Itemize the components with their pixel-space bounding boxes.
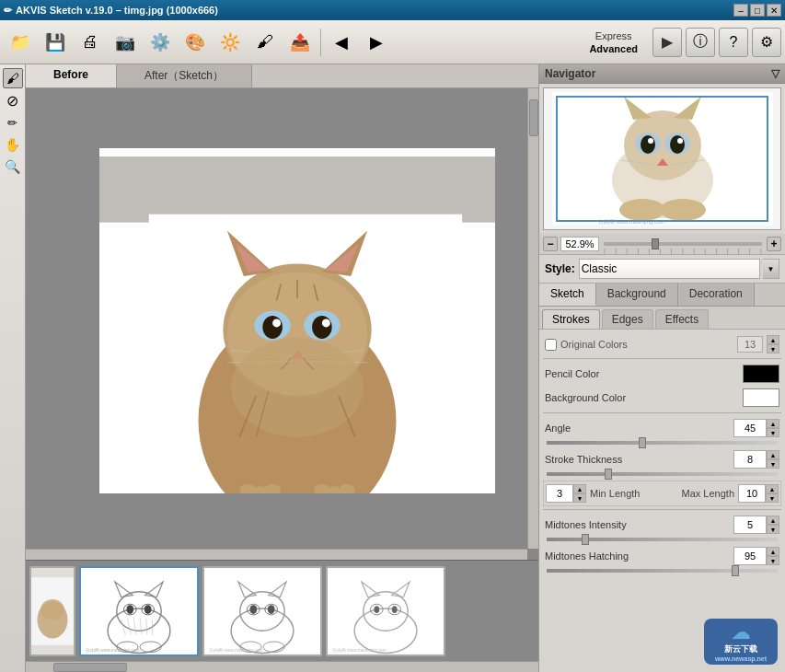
image-container: 自由阁 www.mewnjing.com [99, 148, 495, 544]
save-icon[interactable]: 💾 [39, 26, 72, 59]
mh-spin-up[interactable]: ▲ [767, 547, 779, 556]
angle-spin-up[interactable]: ▲ [767, 419, 779, 428]
min-spin-down[interactable]: ▼ [573, 493, 586, 503]
min-length-input[interactable]: 3 [546, 484, 573, 503]
camera-icon[interactable]: 📷 [109, 26, 142, 59]
zoom-plus-button[interactable]: + [767, 237, 781, 251]
tab-after[interactable]: After（Sketch） [117, 64, 252, 87]
zoom-minus-button[interactable]: − [543, 237, 558, 251]
scrollbar-thumb[interactable] [529, 99, 538, 136]
run-button[interactable]: ▶ [652, 28, 682, 57]
export-icon[interactable]: 📤 [283, 26, 317, 59]
orig-spin-up[interactable]: ▲ [767, 335, 779, 344]
tab-before[interactable]: Before [26, 64, 117, 87]
stroke-thickness-input[interactable]: 8 [733, 450, 767, 469]
background-color-swatch[interactable] [743, 388, 779, 407]
angle-slider-thumb[interactable] [639, 437, 646, 448]
mh-spin-down[interactable]: ▼ [767, 556, 779, 565]
original-colors-checkbox[interactable] [545, 339, 557, 351]
zoom-control: − 52.9% ||||||||||||||| + [539, 234, 785, 255]
style-select[interactable]: Classic Pencil Charcoal Watercolor [579, 259, 760, 279]
midtones-intensity-input[interactable]: 5 [733, 516, 767, 534]
midtones-intensity-slider-thumb[interactable] [582, 534, 589, 545]
angle-label: Angle [545, 423, 730, 434]
navigator-header: Navigator ▽ [539, 64, 785, 84]
navigator-collapse-icon[interactable]: ▽ [771, 67, 779, 80]
separator-3 [543, 509, 781, 510]
filmstrip-scrollbar[interactable] [26, 661, 538, 672]
hand-tool[interactable]: ✋ [3, 134, 23, 155]
angle-input[interactable]: 45 [733, 419, 767, 437]
midtones-hatching-slider-thumb[interactable] [732, 565, 739, 576]
thickness-spin-up[interactable]: ▲ [767, 450, 779, 459]
zoom-tool[interactable]: 🔍 [3, 156, 23, 177]
window-controls: – □ ✕ [733, 4, 781, 17]
max-spin-down[interactable]: ▼ [766, 493, 779, 503]
back-icon[interactable]: ◀ [325, 26, 358, 59]
filmstrip-thumb-3[interactable]: 自由阁 www.mewnjing.com [202, 566, 322, 656]
orig-spin-down[interactable]: ▼ [767, 344, 779, 353]
filmstrip-scrollbar-thumb[interactable] [53, 663, 127, 672]
tab-sketch[interactable]: Sketch [539, 284, 596, 306]
midtones-hatching-slider[interactable] [547, 569, 778, 573]
midtones-intensity-spinner: ▲ ▼ [767, 516, 779, 534]
nav-cat-image: 自由阁 www.mewnjing.com [544, 88, 780, 229]
right-panel: Navigator ▽ [538, 64, 785, 672]
close-button[interactable]: ✕ [767, 4, 781, 17]
info-button[interactable]: ⓘ [686, 28, 715, 57]
svg-point-47 [126, 605, 133, 614]
open-icon[interactable]: 📁 [4, 26, 37, 59]
angle-slider[interactable] [547, 441, 778, 445]
min-spin-up[interactable]: ▲ [573, 484, 586, 493]
logo-badge: ☁ 新云下载 www.newasp.net [704, 619, 778, 665]
navigator-viewport-rect [556, 96, 768, 223]
original-colors-row: Original Colors 13 ▲ ▼ [543, 333, 781, 355]
logo-line2: www.newasp.net [715, 655, 767, 662]
pencil-tool[interactable]: ✏ [3, 112, 23, 133]
filmstrip-thumb-2[interactable]: 自由阁 www.mewnjing.com [79, 566, 199, 656]
filmstrip-thumb-4[interactable]: 自由阁 www.mewnjing.com [326, 566, 445, 656]
minimize-button[interactable]: – [733, 4, 748, 17]
eraser-tool[interactable]: ⊘ [3, 90, 23, 110]
print-icon[interactable]: 🖨 [74, 26, 107, 59]
tab-decoration[interactable]: Decoration [678, 284, 755, 306]
mi-spin-up[interactable]: ▲ [767, 516, 779, 525]
max-length-input[interactable]: 10 [738, 484, 766, 503]
midtones-intensity-slider[interactable] [547, 538, 778, 541]
forward-icon[interactable]: ▶ [360, 26, 393, 59]
maximize-button[interactable]: □ [750, 4, 765, 17]
sub-tab-strokes[interactable]: Strokes [542, 309, 600, 329]
brush-tool[interactable]: 🖌 [3, 68, 23, 88]
thickness-spin-down[interactable]: ▼ [767, 459, 779, 469]
help-button[interactable]: ? [719, 28, 748, 57]
tab-background[interactable]: Background [596, 284, 678, 306]
svg-point-24 [231, 338, 363, 436]
stroke-thickness-slider[interactable] [547, 472, 778, 476]
settings-icon[interactable]: ⚙️ [144, 26, 177, 59]
sub-tab-effects[interactable]: Effects [655, 309, 709, 329]
sub-tab-edges[interactable]: Edges [602, 309, 653, 329]
palette-icon[interactable]: 🎨 [179, 26, 212, 59]
express-mode-button[interactable]: Express [588, 29, 640, 42]
max-spin-up[interactable]: ▲ [766, 484, 779, 493]
zoom-value-display[interactable]: 52.9% [560, 237, 599, 251]
zoom-slider[interactable]: ||||||||||||||| [604, 242, 762, 246]
brush-icon[interactable]: 🖌 [248, 26, 282, 59]
pencil-color-label: Pencil Color [545, 368, 739, 379]
mi-spin-down[interactable]: ▼ [767, 525, 779, 534]
pencil-color-swatch[interactable] [743, 365, 779, 383]
vertical-scrollbar[interactable] [527, 88, 538, 549]
zoom-slider-thumb[interactable] [652, 238, 659, 249]
original-colors-value[interactable]: 13 [737, 336, 763, 353]
max-length-spinner: ▲ ▼ [766, 484, 779, 503]
svg-point-78 [392, 606, 398, 613]
logo-line1: 新云下载 [724, 643, 757, 655]
horizontal-scrollbar[interactable] [26, 549, 527, 560]
filmstrip-thumb-1[interactable] [29, 566, 75, 656]
midtones-hatching-input[interactable]: 95 [733, 547, 767, 565]
stamp-icon[interactable]: 🔆 [214, 26, 247, 59]
config-button[interactable]: ⚙ [752, 28, 781, 57]
advanced-mode-button[interactable]: Advanced [582, 42, 645, 55]
angle-spin-down[interactable]: ▼ [767, 428, 779, 437]
stroke-thickness-slider-thumb[interactable] [605, 469, 612, 480]
